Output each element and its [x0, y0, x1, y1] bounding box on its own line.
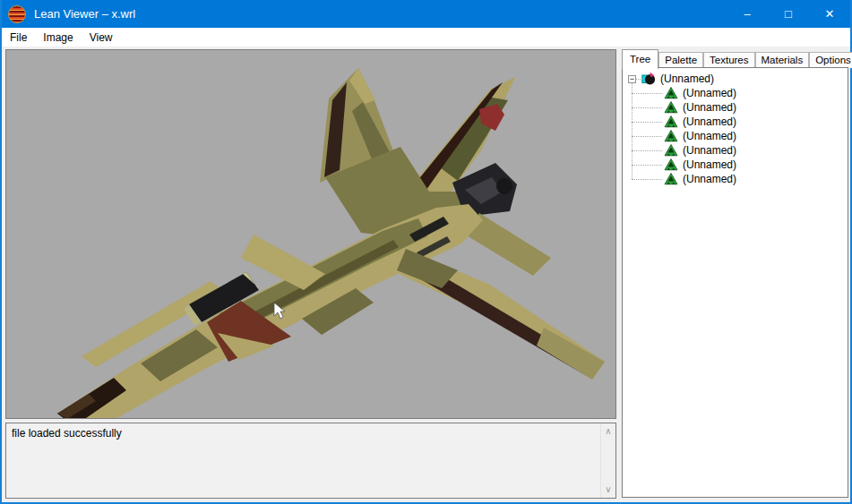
scroll-up-icon[interactable]: ∧	[605, 423, 611, 440]
menu-bar: File Image View	[2, 28, 850, 47]
tree-item-label: (Unnamed)	[683, 130, 736, 142]
tab-tree[interactable]: Tree	[622, 49, 658, 69]
viewport-3d[interactable]	[5, 49, 616, 419]
scene-tree: − (Unnamed) (Unnamed)	[623, 68, 848, 186]
menu-file[interactable]: File	[2, 29, 35, 47]
tab-palette[interactable]: Palette	[658, 52, 703, 68]
scene-root-icon	[641, 72, 656, 86]
mesh-icon	[664, 172, 678, 186]
tree-item[interactable]: (Unnamed)	[623, 143, 848, 158]
tree-item[interactable]: (Unnamed)	[623, 100, 848, 115]
tree-item-label: (Unnamed)	[683, 87, 736, 99]
window-controls: – □ ✕	[727, 0, 850, 28]
window-title: Lean Viewer – x.wrl	[34, 7, 135, 21]
mesh-icon	[664, 100, 678, 115]
tree-item-label: (Unnamed)	[683, 173, 736, 185]
scroll-down-icon[interactable]: ∨	[605, 482, 611, 498]
tree-expander[interactable]: −	[628, 75, 636, 83]
tab-textures[interactable]: Textures	[703, 52, 754, 68]
minimize-icon: –	[744, 8, 750, 20]
tree-item[interactable]: (Unnamed)	[623, 86, 848, 100]
tree-item-label: (Unnamed)	[683, 115, 736, 128]
tree-item-root[interactable]: − (Unnamed)	[623, 72, 848, 86]
maximize-icon: □	[785, 8, 792, 20]
tree-item[interactable]: (Unnamed)	[623, 172, 848, 186]
log-panel: file loaded successfully ∧ ∨	[5, 423, 616, 499]
log-message: file loaded successfully	[6, 423, 615, 440]
tree-panel: − (Unnamed) (Unnamed)	[622, 67, 848, 498]
minimize-button[interactable]: –	[727, 0, 768, 28]
tree-item-label: (Unnamed)	[660, 73, 714, 85]
tree-item-label: (Unnamed)	[683, 101, 736, 114]
mesh-icon	[664, 143, 678, 158]
title-bar: Lean Viewer – x.wrl – □ ✕	[2, 0, 850, 28]
tree-item-label: (Unnamed)	[683, 144, 736, 157]
model-jet-svg	[6, 50, 615, 418]
log-scrollbar[interactable]: ∧ ∨	[600, 423, 615, 498]
tree-item-label: (Unnamed)	[683, 158, 736, 171]
app-logo-icon	[8, 5, 26, 23]
tree-item[interactable]: (Unnamed)	[623, 158, 848, 172]
menu-image[interactable]: Image	[35, 29, 81, 47]
close-icon: ✕	[825, 8, 835, 20]
mesh-icon	[664, 129, 678, 143]
mesh-icon	[664, 86, 678, 100]
mesh-icon	[664, 158, 678, 172]
tab-options[interactable]: Options	[809, 52, 852, 68]
tree-item[interactable]: (Unnamed)	[623, 115, 848, 129]
app-window: Lean Viewer – x.wrl – □ ✕ File Image Vie…	[0, 0, 852, 504]
close-button[interactable]: ✕	[809, 0, 850, 28]
mesh-icon	[664, 115, 678, 129]
tab-materials[interactable]: Materials	[755, 52, 810, 68]
tab-strip: Tree Palette Textures Materials Options	[622, 47, 852, 68]
maximize-button[interactable]: □	[768, 0, 809, 28]
menu-view[interactable]: View	[82, 29, 121, 47]
tree-item[interactable]: (Unnamed)	[623, 129, 848, 143]
